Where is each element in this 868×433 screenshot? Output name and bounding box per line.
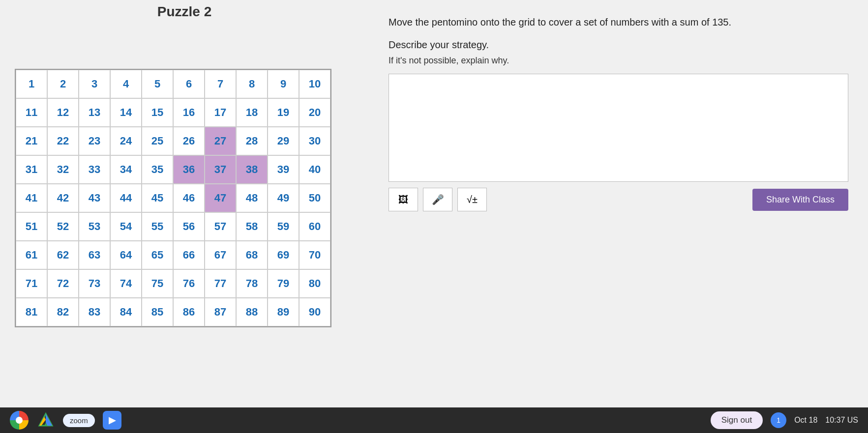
grid-cell[interactable]: 54 xyxy=(110,212,142,241)
grid-cell[interactable]: 12 xyxy=(47,98,79,127)
grid-cell[interactable]: 76 xyxy=(173,269,205,298)
grid-cell[interactable]: 35 xyxy=(142,155,173,184)
grid-cell[interactable]: 43 xyxy=(79,184,110,212)
grid-cell[interactable]: 5 xyxy=(142,70,173,98)
grid-cell[interactable]: 68 xyxy=(236,241,268,269)
sign-out-button[interactable]: Sign out xyxy=(711,411,763,429)
grid-cell[interactable]: 88 xyxy=(236,298,268,326)
grid-cell[interactable]: 55 xyxy=(142,212,173,241)
grid-cell[interactable]: 52 xyxy=(47,212,79,241)
image-button[interactable]: 🖼 xyxy=(389,188,418,211)
grid-cell[interactable]: 23 xyxy=(79,127,110,155)
grid-cell[interactable]: 22 xyxy=(47,127,79,155)
grid-cell[interactable]: 69 xyxy=(268,241,299,269)
grid-cell[interactable]: 81 xyxy=(16,298,47,326)
grid-cell[interactable]: 4 xyxy=(110,70,142,98)
grid-cell[interactable]: 87 xyxy=(205,298,236,326)
grid-cell[interactable]: 56 xyxy=(173,212,205,241)
chrome-icon[interactable] xyxy=(10,411,29,430)
grid-cell[interactable]: 45 xyxy=(142,184,173,212)
grid-cell[interactable]: 10 xyxy=(299,70,330,98)
grid-cell[interactable]: 38 xyxy=(236,155,268,184)
grid-cell[interactable]: 65 xyxy=(142,241,173,269)
grid-cell[interactable]: 63 xyxy=(79,241,110,269)
grid-cell[interactable]: 66 xyxy=(173,241,205,269)
grid-cell[interactable]: 37 xyxy=(205,155,236,184)
math-button[interactable]: √± xyxy=(457,188,487,211)
grid-cell[interactable]: 47 xyxy=(205,184,236,212)
grid-cell[interactable]: 21 xyxy=(16,127,47,155)
grid-cell[interactable]: 58 xyxy=(236,212,268,241)
grid-cell[interactable]: 41 xyxy=(16,184,47,212)
mic-button[interactable]: 🎤 xyxy=(423,188,452,211)
grid-cell[interactable]: 85 xyxy=(142,298,173,326)
grid-cell[interactable]: 50 xyxy=(299,184,330,212)
grid-cell[interactable]: 57 xyxy=(205,212,236,241)
grid-cell[interactable]: 29 xyxy=(268,127,299,155)
grid-cell[interactable]: 18 xyxy=(236,98,268,127)
grid-cell[interactable]: 67 xyxy=(205,241,236,269)
grid-cell[interactable]: 27 xyxy=(205,127,236,155)
grid-cell[interactable]: 26 xyxy=(173,127,205,155)
grid-cell[interactable]: 30 xyxy=(299,127,330,155)
grid-cell[interactable]: 42 xyxy=(47,184,79,212)
grid-cell[interactable]: 70 xyxy=(299,241,330,269)
grid-cell[interactable]: 6 xyxy=(173,70,205,98)
grid-cell[interactable]: 73 xyxy=(79,269,110,298)
grid-cell[interactable]: 20 xyxy=(299,98,330,127)
grid-cell[interactable]: 9 xyxy=(268,70,299,98)
grid-cell[interactable]: 17 xyxy=(205,98,236,127)
grid-cell[interactable]: 16 xyxy=(173,98,205,127)
grid-cell[interactable]: 36 xyxy=(173,155,205,184)
grid-cell[interactable]: 62 xyxy=(47,241,79,269)
grid-cell[interactable]: 79 xyxy=(268,269,299,298)
grid-cell[interactable]: 1 xyxy=(16,70,47,98)
grid-cell[interactable]: 83 xyxy=(79,298,110,326)
grid-cell[interactable]: 2 xyxy=(47,70,79,98)
grid-cell[interactable]: 32 xyxy=(47,155,79,184)
grid-cell[interactable]: 86 xyxy=(173,298,205,326)
grid-cell[interactable]: 31 xyxy=(16,155,47,184)
drive-icon[interactable] xyxy=(36,411,55,430)
grid-cell[interactable]: 46 xyxy=(173,184,205,212)
grid-cell[interactable]: 25 xyxy=(142,127,173,155)
grid-cell[interactable]: 53 xyxy=(79,212,110,241)
grid-cell[interactable]: 75 xyxy=(142,269,173,298)
grid-cell[interactable]: 44 xyxy=(110,184,142,212)
grid-cell[interactable]: 3 xyxy=(79,70,110,98)
grid-cell[interactable]: 24 xyxy=(110,127,142,155)
grid-cell[interactable]: 34 xyxy=(110,155,142,184)
grid-cell[interactable]: 61 xyxy=(16,241,47,269)
grid-cell[interactable]: 77 xyxy=(205,269,236,298)
grid-cell[interactable]: 89 xyxy=(268,298,299,326)
grid-cell[interactable]: 39 xyxy=(268,155,299,184)
grid-cell[interactable]: 40 xyxy=(299,155,330,184)
grid-cell[interactable]: 13 xyxy=(79,98,110,127)
grid-cell[interactable]: 84 xyxy=(110,298,142,326)
notification-badge[interactable]: 1 xyxy=(771,412,786,428)
grid-cell[interactable]: 72 xyxy=(47,269,79,298)
grid-cell[interactable]: 49 xyxy=(268,184,299,212)
grid-cell[interactable]: 8 xyxy=(236,70,268,98)
grid-cell[interactable]: 78 xyxy=(236,269,268,298)
answer-textarea[interactable] xyxy=(389,74,848,182)
grid-cell[interactable]: 7 xyxy=(205,70,236,98)
meet-icon[interactable]: ▶ xyxy=(103,411,121,430)
grid-cell[interactable]: 15 xyxy=(142,98,173,127)
zoom-button[interactable]: zoom xyxy=(63,414,95,427)
grid-cell[interactable]: 28 xyxy=(236,127,268,155)
grid-cell[interactable]: 64 xyxy=(110,241,142,269)
grid-cell[interactable]: 59 xyxy=(268,212,299,241)
grid-cell[interactable]: 48 xyxy=(236,184,268,212)
grid-cell[interactable]: 33 xyxy=(79,155,110,184)
grid-cell[interactable]: 14 xyxy=(110,98,142,127)
grid-cell[interactable]: 19 xyxy=(268,98,299,127)
grid-cell[interactable]: 51 xyxy=(16,212,47,241)
grid-cell[interactable]: 82 xyxy=(47,298,79,326)
share-with-class-button[interactable]: Share With Class xyxy=(752,189,848,211)
grid-cell[interactable]: 11 xyxy=(16,98,47,127)
grid-cell[interactable]: 74 xyxy=(110,269,142,298)
grid-cell[interactable]: 90 xyxy=(299,298,330,326)
grid-cell[interactable]: 60 xyxy=(299,212,330,241)
grid-cell[interactable]: 80 xyxy=(299,269,330,298)
